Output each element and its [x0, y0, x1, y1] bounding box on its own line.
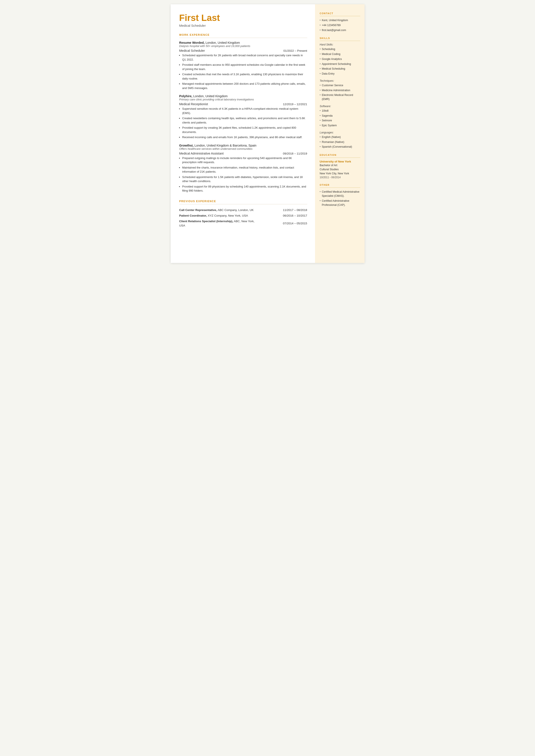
edu-degree: Bachelor of Art Cultural Studies New Yor… — [320, 163, 360, 176]
bullet-list-1: Scheduled appointments for 2K patients w… — [182, 53, 307, 90]
other-item-1: Certified Administrative Professional (C… — [320, 199, 360, 207]
employer-name-1: Resume Worded, London, United Kingdom — [179, 41, 307, 44]
employer-block-2: Polyhire, London, United Kingdom Primary… — [179, 95, 307, 139]
language-1: Romanian (Native) — [320, 140, 360, 144]
hard-skill-4: Medical Scheduling — [320, 67, 360, 71]
edu-dates: 10/2011 - 06/2014 — [320, 176, 360, 179]
contact-item-0: Kent, United Kingdom — [320, 18, 360, 22]
employer-block-1: Resume Worded, London, United Kingdom Di… — [179, 41, 307, 90]
prev-exp-dates-3: 07/2014 – 05/2015 — [256, 218, 307, 229]
previous-experience-table: Call Center Representative, ABC Company,… — [179, 207, 307, 229]
technique-1: Medicine Administration — [320, 88, 360, 93]
employer-tagline-2: Primary care clinic providing critical l… — [179, 98, 307, 101]
edu-school: University of New York — [320, 160, 360, 163]
bullet-1-1: Scheduled appointments for 2K patients w… — [182, 53, 307, 62]
techniques-label: Techniques: — [320, 79, 360, 82]
hard-skills-label: Hard Skills: — [320, 43, 360, 46]
employer-name-3: Growthsi, London, United Kingdom & Barce… — [179, 144, 307, 147]
prev-exp-dates-1: 11/2017 – 08/2018 — [256, 207, 307, 213]
software-3: Epic System — [320, 124, 360, 127]
software-label: Software: — [320, 105, 360, 108]
job-dates-3: 09/2018 – 11/2019 — [283, 152, 307, 155]
candidate-title: Medical Scheduler — [179, 24, 307, 27]
hard-skill-2: Google Analytics — [320, 57, 360, 61]
prev-exp-row-1: Call Center Representative, ABC Company,… — [179, 207, 307, 213]
bullet-list-2: Supervised sensitive records of 4.3K pat… — [182, 107, 307, 139]
bullet-3-3: Scheduled appointments for 1.5K patients… — [182, 175, 307, 183]
job-title-3: Medical Administrative Assistant — [179, 152, 224, 155]
prev-exp-row-2: Patient Coordinator, XYZ Company, New Yo… — [179, 213, 307, 218]
languages-list: English (Native) Romanian (Native) Spani… — [320, 135, 360, 149]
prev-exp-dates-2: 06/2016 – 10/2017 — [256, 213, 307, 218]
hard-skill-3: Appointment Scheduling — [320, 62, 360, 66]
education-divider — [320, 157, 360, 158]
job-row-1: Medical Scheduler 01/2022 – Present — [179, 49, 307, 52]
language-0: English (Native) — [320, 135, 360, 139]
contact-divider — [320, 16, 360, 16]
prev-exp-row-3: Client Relations Specialist (Internship)… — [179, 218, 307, 229]
bullet-3-2: Maintained the charts, insurance informa… — [182, 165, 307, 174]
language-2: Spanish (Conversational) — [320, 145, 360, 149]
techniques-list: Customer Service Medicine Administration… — [320, 83, 360, 101]
main-column: First Last Medical Scheduler WORK EXPERI… — [171, 4, 315, 263]
job-dates-1: 01/2022 – Present — [283, 49, 307, 52]
job-dates-2: 12/2019 – 12/2021 — [283, 102, 307, 106]
languages-label: Languages: — [320, 131, 360, 134]
bullet-3-4: Provided support for 89 physicians by sc… — [182, 184, 307, 193]
other-item-0: Certified Medical Administrative Special… — [320, 190, 360, 198]
hard-skills-list: Scheduling Medical Coding Google Analyti… — [320, 47, 360, 76]
bullet-2-1: Supervised sensitive records of 4.3K pat… — [182, 107, 307, 115]
job-row-2: Medical Receptionist 12/2019 – 12/2021 — [179, 102, 307, 106]
resume-container: First Last Medical Scheduler WORK EXPERI… — [171, 4, 365, 263]
bullet-1-3: Created schedules that met the needs of … — [182, 72, 307, 81]
contact-item-1: +44 123456789 — [320, 23, 360, 27]
employer-tagline-3: Offers healthcare services within unders… — [179, 147, 307, 151]
job-title-2: Medical Receptionist — [179, 102, 208, 106]
job-title-1: Medical Scheduler — [179, 49, 205, 52]
prev-exp-title-1: Call Center Representative, ABC Company,… — [179, 207, 256, 213]
bullet-2-4: Received incoming calls and emails from … — [182, 135, 307, 139]
technique-2: Electronic Medical Record (EMR) — [320, 93, 360, 101]
job-row-3: Medical Administrative Assistant 09/2018… — [179, 152, 307, 155]
contact-item-2: first.last@gmail.com — [320, 28, 360, 32]
other-divider — [320, 187, 360, 188]
bullet-2-2: Created newsletters containing health ti… — [182, 116, 307, 125]
sidebar-column: CONTACT Kent, United Kingdom +44 1234567… — [315, 4, 365, 263]
hard-skill-1: Medical Coding — [320, 52, 360, 56]
contact-list: Kent, United Kingdom +44 123456789 first… — [320, 18, 360, 32]
bullet-1-4: Managed medical appointments between 200… — [182, 82, 307, 90]
education-heading: EDUCATION — [320, 154, 360, 156]
software-2: Setmore — [320, 119, 360, 123]
work-experience-divider — [179, 38, 307, 38]
bullet-2-3: Provided support by creating 3K patient … — [182, 126, 307, 134]
employer-name-2: Polyhire, London, United Kingdom — [179, 95, 307, 98]
prev-exp-title-3: Client Relations Specialist (Internship)… — [179, 218, 256, 229]
employer-tagline-1: Dialysis hospital with 50+ employees and… — [179, 44, 307, 48]
contact-heading: CONTACT — [320, 12, 360, 14]
bullet-3-1: Prepared outgoing mailings to include re… — [182, 156, 307, 164]
work-experience-heading: WORK EXPERIENCE — [179, 33, 307, 37]
hard-skill-0: Scheduling — [320, 47, 360, 51]
technique-0: Customer Service — [320, 83, 360, 88]
hard-skill-5: Data Entry — [320, 72, 360, 76]
software-0: 10to8 — [320, 109, 360, 113]
prev-exp-title-2: Patient Coordinator, XYZ Company, New Yo… — [179, 213, 256, 218]
software-1: Sagenda — [320, 114, 360, 118]
software-list: 10to8 Sagenda Setmore Epic System — [320, 109, 360, 127]
employer-block-3: Growthsi, London, United Kingdom & Barce… — [179, 144, 307, 193]
previous-experience-heading: PREVIOUS EXPERIENCE — [179, 200, 307, 203]
other-heading: OTHER — [320, 183, 360, 186]
candidate-name: First Last — [179, 13, 307, 23]
bullet-list-3: Prepared outgoing mailings to include re… — [182, 156, 307, 193]
skills-heading: SKILLS — [320, 37, 360, 40]
bullet-1-2: Provided staff members access to 950 app… — [182, 63, 307, 71]
other-list: Certified Medical Administrative Special… — [320, 190, 360, 207]
